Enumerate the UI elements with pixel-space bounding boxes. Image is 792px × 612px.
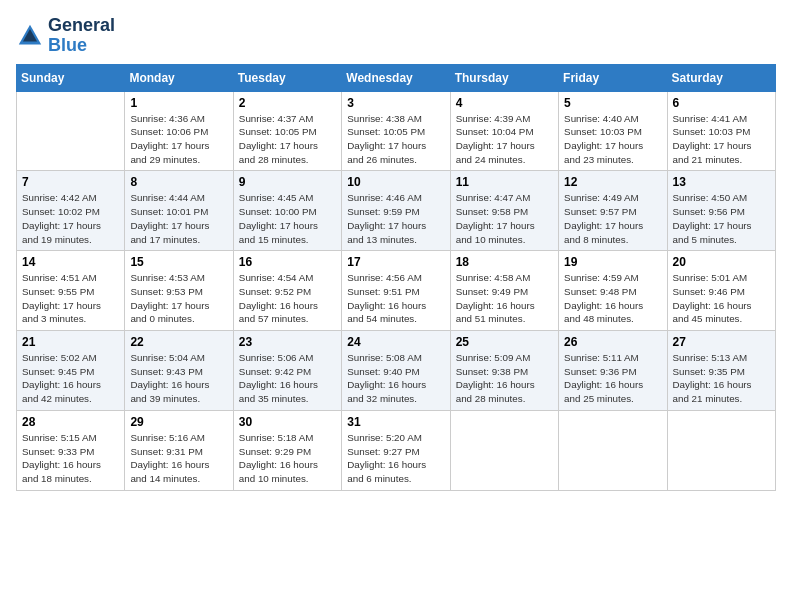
day-number: 30	[239, 415, 336, 429]
day-info: Sunrise: 4:44 AM Sunset: 10:01 PM Daylig…	[130, 191, 227, 246]
logo-text: General Blue	[48, 16, 115, 56]
day-number: 19	[564, 255, 661, 269]
calendar-cell	[667, 410, 775, 490]
day-info: Sunrise: 5:18 AM Sunset: 9:29 PM Dayligh…	[239, 431, 336, 486]
day-number: 21	[22, 335, 119, 349]
calendar-cell: 21Sunrise: 5:02 AM Sunset: 9:45 PM Dayli…	[17, 331, 125, 411]
calendar-cell: 6Sunrise: 4:41 AM Sunset: 10:03 PM Dayli…	[667, 91, 775, 171]
day-number: 10	[347, 175, 444, 189]
column-header-sunday: Sunday	[17, 64, 125, 91]
column-header-saturday: Saturday	[667, 64, 775, 91]
calendar-cell: 22Sunrise: 5:04 AM Sunset: 9:43 PM Dayli…	[125, 331, 233, 411]
day-info: Sunrise: 4:42 AM Sunset: 10:02 PM Daylig…	[22, 191, 119, 246]
day-info: Sunrise: 4:41 AM Sunset: 10:03 PM Daylig…	[673, 112, 770, 167]
day-info: Sunrise: 4:49 AM Sunset: 9:57 PM Dayligh…	[564, 191, 661, 246]
day-info: Sunrise: 4:56 AM Sunset: 9:51 PM Dayligh…	[347, 271, 444, 326]
calendar-cell: 31Sunrise: 5:20 AM Sunset: 9:27 PM Dayli…	[342, 410, 450, 490]
day-number: 8	[130, 175, 227, 189]
day-info: Sunrise: 4:47 AM Sunset: 9:58 PM Dayligh…	[456, 191, 553, 246]
calendar-cell: 20Sunrise: 5:01 AM Sunset: 9:46 PM Dayli…	[667, 251, 775, 331]
day-info: Sunrise: 4:37 AM Sunset: 10:05 PM Daylig…	[239, 112, 336, 167]
day-info: Sunrise: 4:40 AM Sunset: 10:03 PM Daylig…	[564, 112, 661, 167]
day-number: 12	[564, 175, 661, 189]
calendar-table: SundayMondayTuesdayWednesdayThursdayFrid…	[16, 64, 776, 491]
day-number: 29	[130, 415, 227, 429]
column-header-monday: Monday	[125, 64, 233, 91]
day-info: Sunrise: 4:39 AM Sunset: 10:04 PM Daylig…	[456, 112, 553, 167]
day-number: 13	[673, 175, 770, 189]
column-header-wednesday: Wednesday	[342, 64, 450, 91]
day-info: Sunrise: 4:58 AM Sunset: 9:49 PM Dayligh…	[456, 271, 553, 326]
day-info: Sunrise: 4:54 AM Sunset: 9:52 PM Dayligh…	[239, 271, 336, 326]
calendar-cell: 10Sunrise: 4:46 AM Sunset: 9:59 PM Dayli…	[342, 171, 450, 251]
day-number: 22	[130, 335, 227, 349]
day-info: Sunrise: 5:08 AM Sunset: 9:40 PM Dayligh…	[347, 351, 444, 406]
day-info: Sunrise: 4:51 AM Sunset: 9:55 PM Dayligh…	[22, 271, 119, 326]
day-number: 20	[673, 255, 770, 269]
calendar-cell: 2Sunrise: 4:37 AM Sunset: 10:05 PM Dayli…	[233, 91, 341, 171]
day-info: Sunrise: 4:38 AM Sunset: 10:05 PM Daylig…	[347, 112, 444, 167]
day-info: Sunrise: 4:53 AM Sunset: 9:53 PM Dayligh…	[130, 271, 227, 326]
calendar-cell: 5Sunrise: 4:40 AM Sunset: 10:03 PM Dayli…	[559, 91, 667, 171]
logo: General Blue	[16, 16, 115, 56]
calendar-cell: 4Sunrise: 4:39 AM Sunset: 10:04 PM Dayli…	[450, 91, 558, 171]
day-info: Sunrise: 5:06 AM Sunset: 9:42 PM Dayligh…	[239, 351, 336, 406]
day-number: 1	[130, 96, 227, 110]
calendar-cell	[559, 410, 667, 490]
day-info: Sunrise: 5:20 AM Sunset: 9:27 PM Dayligh…	[347, 431, 444, 486]
day-info: Sunrise: 4:50 AM Sunset: 9:56 PM Dayligh…	[673, 191, 770, 246]
day-number: 7	[22, 175, 119, 189]
day-info: Sunrise: 4:46 AM Sunset: 9:59 PM Dayligh…	[347, 191, 444, 246]
calendar-cell	[450, 410, 558, 490]
day-number: 4	[456, 96, 553, 110]
calendar-cell: 19Sunrise: 4:59 AM Sunset: 9:48 PM Dayli…	[559, 251, 667, 331]
calendar-cell: 7Sunrise: 4:42 AM Sunset: 10:02 PM Dayli…	[17, 171, 125, 251]
calendar-cell: 26Sunrise: 5:11 AM Sunset: 9:36 PM Dayli…	[559, 331, 667, 411]
day-number: 3	[347, 96, 444, 110]
calendar-cell: 15Sunrise: 4:53 AM Sunset: 9:53 PM Dayli…	[125, 251, 233, 331]
day-number: 5	[564, 96, 661, 110]
week-row-3: 14Sunrise: 4:51 AM Sunset: 9:55 PM Dayli…	[17, 251, 776, 331]
calendar-cell: 28Sunrise: 5:15 AM Sunset: 9:33 PM Dayli…	[17, 410, 125, 490]
calendar-cell: 12Sunrise: 4:49 AM Sunset: 9:57 PM Dayli…	[559, 171, 667, 251]
day-info: Sunrise: 4:36 AM Sunset: 10:06 PM Daylig…	[130, 112, 227, 167]
day-info: Sunrise: 5:09 AM Sunset: 9:38 PM Dayligh…	[456, 351, 553, 406]
day-info: Sunrise: 5:16 AM Sunset: 9:31 PM Dayligh…	[130, 431, 227, 486]
header-row: SundayMondayTuesdayWednesdayThursdayFrid…	[17, 64, 776, 91]
calendar-cell: 24Sunrise: 5:08 AM Sunset: 9:40 PM Dayli…	[342, 331, 450, 411]
day-number: 11	[456, 175, 553, 189]
calendar-cell: 1Sunrise: 4:36 AM Sunset: 10:06 PM Dayli…	[125, 91, 233, 171]
day-info: Sunrise: 4:45 AM Sunset: 10:00 PM Daylig…	[239, 191, 336, 246]
calendar-cell: 27Sunrise: 5:13 AM Sunset: 9:35 PM Dayli…	[667, 331, 775, 411]
calendar-cell: 13Sunrise: 4:50 AM Sunset: 9:56 PM Dayli…	[667, 171, 775, 251]
day-number: 25	[456, 335, 553, 349]
day-number: 9	[239, 175, 336, 189]
calendar-cell: 11Sunrise: 4:47 AM Sunset: 9:58 PM Dayli…	[450, 171, 558, 251]
column-header-thursday: Thursday	[450, 64, 558, 91]
week-row-2: 7Sunrise: 4:42 AM Sunset: 10:02 PM Dayli…	[17, 171, 776, 251]
calendar-cell: 29Sunrise: 5:16 AM Sunset: 9:31 PM Dayli…	[125, 410, 233, 490]
calendar-cell: 25Sunrise: 5:09 AM Sunset: 9:38 PM Dayli…	[450, 331, 558, 411]
calendar-cell: 8Sunrise: 4:44 AM Sunset: 10:01 PM Dayli…	[125, 171, 233, 251]
calendar-cell	[17, 91, 125, 171]
week-row-4: 21Sunrise: 5:02 AM Sunset: 9:45 PM Dayli…	[17, 331, 776, 411]
day-info: Sunrise: 5:02 AM Sunset: 9:45 PM Dayligh…	[22, 351, 119, 406]
column-header-friday: Friday	[559, 64, 667, 91]
day-info: Sunrise: 5:04 AM Sunset: 9:43 PM Dayligh…	[130, 351, 227, 406]
day-info: Sunrise: 4:59 AM Sunset: 9:48 PM Dayligh…	[564, 271, 661, 326]
header-section: General Blue	[16, 16, 776, 56]
day-number: 14	[22, 255, 119, 269]
day-number: 18	[456, 255, 553, 269]
day-number: 31	[347, 415, 444, 429]
day-number: 27	[673, 335, 770, 349]
calendar-cell: 18Sunrise: 4:58 AM Sunset: 9:49 PM Dayli…	[450, 251, 558, 331]
calendar-cell: 9Sunrise: 4:45 AM Sunset: 10:00 PM Dayli…	[233, 171, 341, 251]
day-number: 16	[239, 255, 336, 269]
logo-icon	[16, 22, 44, 50]
column-header-tuesday: Tuesday	[233, 64, 341, 91]
day-number: 15	[130, 255, 227, 269]
week-row-1: 1Sunrise: 4:36 AM Sunset: 10:06 PM Dayli…	[17, 91, 776, 171]
day-number: 24	[347, 335, 444, 349]
day-number: 26	[564, 335, 661, 349]
day-number: 2	[239, 96, 336, 110]
